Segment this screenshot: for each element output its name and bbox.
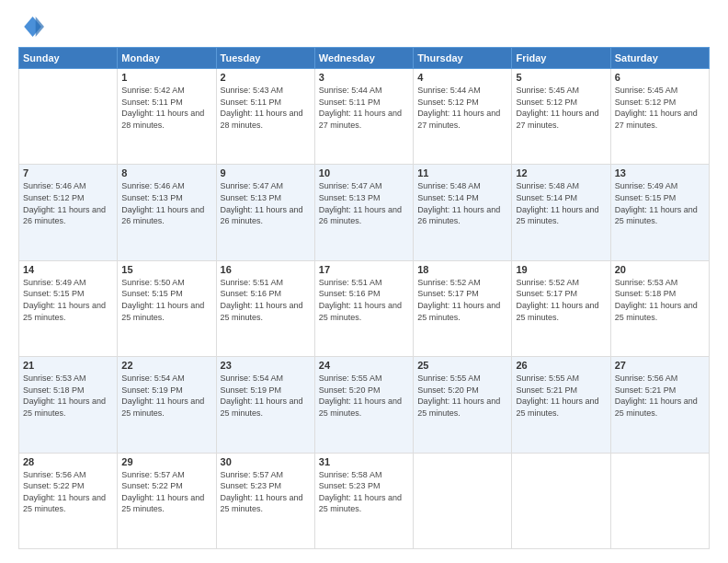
day-info: Sunrise: 5:44 AM Sunset: 5:12 PM Dayligh… <box>417 85 507 131</box>
calendar-cell <box>19 69 118 165</box>
calendar-cell: 13Sunrise: 5:49 AM Sunset: 5:15 PM Dayli… <box>610 165 709 260</box>
day-number: 30 <box>221 456 311 467</box>
calendar-cell: 9Sunrise: 5:47 AM Sunset: 5:13 PM Daylig… <box>216 165 314 260</box>
day-info: Sunrise: 5:55 AM Sunset: 5:21 PM Dayligh… <box>516 373 606 419</box>
weekday-header: Thursday <box>414 48 512 69</box>
calendar-cell: 24Sunrise: 5:55 AM Sunset: 5:20 PM Dayli… <box>314 357 413 453</box>
day-info: Sunrise: 5:42 AM Sunset: 5:11 PM Dayligh… <box>121 85 211 131</box>
header <box>18 14 710 40</box>
day-number: 12 <box>516 167 606 178</box>
calendar-week-row: 14Sunrise: 5:49 AM Sunset: 5:15 PM Dayli… <box>19 260 710 356</box>
day-info: Sunrise: 5:49 AM Sunset: 5:15 PM Dayligh… <box>23 277 113 323</box>
day-number: 13 <box>615 167 705 178</box>
day-number: 18 <box>417 264 507 275</box>
day-number: 28 <box>23 456 113 467</box>
day-number: 8 <box>121 167 211 178</box>
day-info: Sunrise: 5:56 AM Sunset: 5:21 PM Dayligh… <box>615 373 705 419</box>
calendar-cell: 30Sunrise: 5:57 AM Sunset: 5:23 PM Dayli… <box>216 453 314 548</box>
calendar-cell: 22Sunrise: 5:54 AM Sunset: 5:19 PM Dayli… <box>118 357 216 453</box>
day-number: 4 <box>417 72 507 83</box>
svg-marker-1 <box>36 17 44 37</box>
day-info: Sunrise: 5:46 AM Sunset: 5:12 PM Dayligh… <box>23 180 113 226</box>
day-number: 22 <box>121 360 211 371</box>
calendar-cell: 4Sunrise: 5:44 AM Sunset: 5:12 PM Daylig… <box>414 69 512 165</box>
day-number: 1 <box>121 72 211 83</box>
calendar-table: SundayMondayTuesdayWednesdayThursdayFrid… <box>18 47 710 549</box>
day-info: Sunrise: 5:48 AM Sunset: 5:14 PM Dayligh… <box>516 180 606 226</box>
day-info: Sunrise: 5:53 AM Sunset: 5:18 PM Dayligh… <box>615 277 705 323</box>
calendar-header-row: SundayMondayTuesdayWednesdayThursdayFrid… <box>19 48 710 69</box>
calendar-cell: 8Sunrise: 5:46 AM Sunset: 5:13 PM Daylig… <box>118 165 216 260</box>
calendar-cell: 5Sunrise: 5:45 AM Sunset: 5:12 PM Daylig… <box>512 69 610 165</box>
day-info: Sunrise: 5:49 AM Sunset: 5:15 PM Dayligh… <box>615 180 705 226</box>
weekday-header: Tuesday <box>216 48 314 69</box>
day-number: 31 <box>319 456 409 467</box>
day-number: 3 <box>319 72 409 83</box>
day-info: Sunrise: 5:51 AM Sunset: 5:16 PM Dayligh… <box>221 277 311 323</box>
weekday-header: Friday <box>512 48 610 69</box>
day-number: 17 <box>319 264 409 275</box>
calendar-cell: 16Sunrise: 5:51 AM Sunset: 5:16 PM Dayli… <box>216 260 314 356</box>
day-info: Sunrise: 5:47 AM Sunset: 5:13 PM Dayligh… <box>221 180 311 226</box>
day-info: Sunrise: 5:57 AM Sunset: 5:23 PM Dayligh… <box>221 469 311 515</box>
day-number: 26 <box>516 360 606 371</box>
day-info: Sunrise: 5:45 AM Sunset: 5:12 PM Dayligh… <box>615 85 705 131</box>
day-info: Sunrise: 5:46 AM Sunset: 5:13 PM Dayligh… <box>121 180 211 226</box>
day-number: 14 <box>23 264 113 275</box>
day-info: Sunrise: 5:45 AM Sunset: 5:12 PM Dayligh… <box>516 85 606 131</box>
day-number: 24 <box>319 360 409 371</box>
calendar-week-row: 1Sunrise: 5:42 AM Sunset: 5:11 PM Daylig… <box>19 69 710 165</box>
day-number: 20 <box>615 264 705 275</box>
day-info: Sunrise: 5:50 AM Sunset: 5:15 PM Dayligh… <box>121 277 211 323</box>
day-info: Sunrise: 5:52 AM Sunset: 5:17 PM Dayligh… <box>516 277 606 323</box>
day-info: Sunrise: 5:44 AM Sunset: 5:11 PM Dayligh… <box>319 85 409 131</box>
calendar-cell: 19Sunrise: 5:52 AM Sunset: 5:17 PM Dayli… <box>512 260 610 356</box>
logo-icon <box>18 14 44 40</box>
day-info: Sunrise: 5:53 AM Sunset: 5:18 PM Dayligh… <box>23 373 113 419</box>
calendar-cell: 31Sunrise: 5:58 AM Sunset: 5:23 PM Dayli… <box>314 453 413 548</box>
day-number: 6 <box>615 72 705 83</box>
page: SundayMondayTuesdayWednesdayThursdayFrid… <box>0 0 728 563</box>
calendar-cell: 11Sunrise: 5:48 AM Sunset: 5:14 PM Dayli… <box>414 165 512 260</box>
day-info: Sunrise: 5:56 AM Sunset: 5:22 PM Dayligh… <box>23 469 113 515</box>
calendar-cell: 10Sunrise: 5:47 AM Sunset: 5:13 PM Dayli… <box>314 165 413 260</box>
day-info: Sunrise: 5:54 AM Sunset: 5:19 PM Dayligh… <box>221 373 311 419</box>
calendar-cell: 21Sunrise: 5:53 AM Sunset: 5:18 PM Dayli… <box>19 357 118 453</box>
calendar-cell: 17Sunrise: 5:51 AM Sunset: 5:16 PM Dayli… <box>314 260 413 356</box>
day-info: Sunrise: 5:47 AM Sunset: 5:13 PM Dayligh… <box>319 180 409 226</box>
calendar-cell: 2Sunrise: 5:43 AM Sunset: 5:11 PM Daylig… <box>216 69 314 165</box>
calendar-cell: 15Sunrise: 5:50 AM Sunset: 5:15 PM Dayli… <box>118 260 216 356</box>
day-info: Sunrise: 5:55 AM Sunset: 5:20 PM Dayligh… <box>319 373 409 419</box>
day-info: Sunrise: 5:52 AM Sunset: 5:17 PM Dayligh… <box>417 277 507 323</box>
day-number: 10 <box>319 167 409 178</box>
calendar-week-row: 21Sunrise: 5:53 AM Sunset: 5:18 PM Dayli… <box>19 357 710 453</box>
day-number: 19 <box>516 264 606 275</box>
day-number: 16 <box>221 264 311 275</box>
day-number: 5 <box>516 72 606 83</box>
day-info: Sunrise: 5:54 AM Sunset: 5:19 PM Dayligh… <box>121 373 211 419</box>
day-info: Sunrise: 5:55 AM Sunset: 5:20 PM Dayligh… <box>417 373 507 419</box>
calendar-cell: 14Sunrise: 5:49 AM Sunset: 5:15 PM Dayli… <box>19 260 118 356</box>
calendar-cell: 23Sunrise: 5:54 AM Sunset: 5:19 PM Dayli… <box>216 357 314 453</box>
calendar-cell: 25Sunrise: 5:55 AM Sunset: 5:20 PM Dayli… <box>414 357 512 453</box>
calendar-cell: 7Sunrise: 5:46 AM Sunset: 5:12 PM Daylig… <box>19 165 118 260</box>
weekday-header: Wednesday <box>314 48 413 69</box>
calendar-cell: 6Sunrise: 5:45 AM Sunset: 5:12 PM Daylig… <box>610 69 709 165</box>
calendar-week-row: 7Sunrise: 5:46 AM Sunset: 5:12 PM Daylig… <box>19 165 710 260</box>
day-info: Sunrise: 5:57 AM Sunset: 5:22 PM Dayligh… <box>121 469 211 515</box>
calendar-cell <box>414 453 512 548</box>
day-number: 29 <box>121 456 211 467</box>
calendar-week-row: 28Sunrise: 5:56 AM Sunset: 5:22 PM Dayli… <box>19 453 710 548</box>
calendar-cell: 28Sunrise: 5:56 AM Sunset: 5:22 PM Dayli… <box>19 453 118 548</box>
calendar-cell: 18Sunrise: 5:52 AM Sunset: 5:17 PM Dayli… <box>414 260 512 356</box>
day-number: 25 <box>417 360 507 371</box>
calendar-cell <box>512 453 610 548</box>
calendar-cell: 27Sunrise: 5:56 AM Sunset: 5:21 PM Dayli… <box>610 357 709 453</box>
day-info: Sunrise: 5:48 AM Sunset: 5:14 PM Dayligh… <box>417 180 507 226</box>
logo <box>18 14 48 40</box>
weekday-header: Saturday <box>610 48 709 69</box>
calendar-cell: 29Sunrise: 5:57 AM Sunset: 5:22 PM Dayli… <box>118 453 216 548</box>
weekday-header: Monday <box>118 48 216 69</box>
calendar-cell: 3Sunrise: 5:44 AM Sunset: 5:11 PM Daylig… <box>314 69 413 165</box>
calendar-cell: 12Sunrise: 5:48 AM Sunset: 5:14 PM Dayli… <box>512 165 610 260</box>
